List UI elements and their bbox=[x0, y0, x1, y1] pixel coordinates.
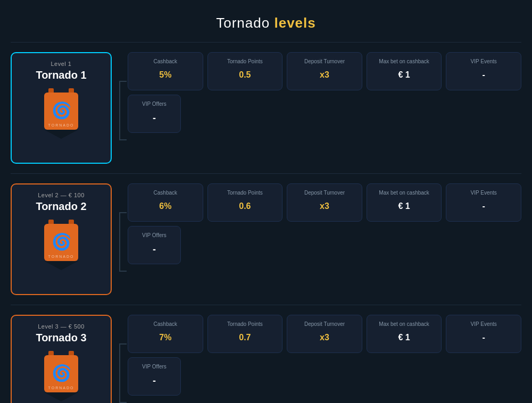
tornado-flag-icon: 🌀 TORNADO bbox=[40, 218, 82, 271]
vip-offers-box: VIP Offers- bbox=[128, 226, 181, 264]
stat-box-5: VIP Events- bbox=[446, 183, 521, 222]
stats-row: Cashback7%Tornado Points0.7Deposit Turno… bbox=[128, 315, 521, 353]
svg-marker-9 bbox=[44, 261, 78, 270]
stat-value: 0.5 bbox=[239, 70, 251, 80]
stats-row: Cashback6%Tornado Points0.6Deposit Turno… bbox=[128, 183, 521, 222]
tornado-flag-icon: 🌀 TORNADO bbox=[40, 87, 82, 140]
svg-text:TORNADO: TORNADO bbox=[48, 386, 74, 390]
stat-label: Deposit Turnover bbox=[304, 321, 345, 328]
stat-box-3: Deposit Turnoverx3 bbox=[287, 183, 362, 222]
stat-value: 0.7 bbox=[239, 333, 251, 342]
stat-box-2: Tornado Points0.7 bbox=[207, 315, 283, 353]
stat-label: Max bet on cashback bbox=[379, 321, 429, 328]
vip-offers-value: - bbox=[153, 244, 156, 255]
stat-box-4: Max bet on cashback€ 1 bbox=[367, 52, 442, 90]
vip-offers-value: - bbox=[153, 113, 156, 124]
stat-label: Tornado Points bbox=[227, 58, 263, 65]
vip-row: VIP Offers- bbox=[128, 357, 521, 396]
vip-offers-box: VIP Offers- bbox=[128, 95, 181, 133]
stat-value: € 1 bbox=[398, 70, 410, 80]
stat-value: € 1 bbox=[398, 333, 410, 342]
stat-box-2: Tornado Points0.6 bbox=[207, 183, 283, 222]
vip-row: VIP Offers- bbox=[128, 226, 521, 264]
vip-offers-label: VIP Offers bbox=[142, 363, 167, 370]
stat-label: VIP Events bbox=[471, 321, 497, 328]
vip-offers-label: VIP Offers bbox=[142, 232, 167, 239]
stat-box-4: Max bet on cashback€ 1 bbox=[367, 315, 442, 353]
stat-value: € 1 bbox=[398, 202, 410, 211]
stat-label: Max bet on cashback bbox=[379, 58, 429, 65]
stat-label: Deposit Turnover bbox=[304, 58, 345, 65]
stat-value: - bbox=[483, 202, 485, 211]
stat-box-5: VIP Events- bbox=[446, 52, 521, 90]
stat-box-1: Cashback5% bbox=[128, 52, 203, 90]
stat-box-3: Deposit Turnoverx3 bbox=[287, 52, 362, 90]
svg-text:TORNADO: TORNADO bbox=[48, 123, 74, 127]
stat-value: 5% bbox=[159, 70, 171, 80]
stat-label: Cashback bbox=[154, 58, 177, 65]
stat-value: x3 bbox=[320, 333, 329, 342]
stat-label: Cashback bbox=[154, 189, 177, 196]
level-card-2[interactable]: Level 2 — € 100Tornado 2 🌀 TORNADO bbox=[11, 183, 112, 295]
stat-value: 0.6 bbox=[239, 202, 251, 211]
branch-connector bbox=[112, 315, 128, 403]
branch-connector bbox=[112, 52, 128, 164]
stats-row: Cashback5%Tornado Points0.5Deposit Turno… bbox=[128, 52, 521, 90]
stat-value: 7% bbox=[159, 333, 171, 342]
svg-marker-15 bbox=[44, 392, 78, 401]
info-section: Cashback6%Tornado Points0.6Deposit Turno… bbox=[128, 183, 521, 264]
stat-box-2: Tornado Points0.5 bbox=[207, 52, 283, 90]
vip-offers-box: VIP Offers- bbox=[128, 357, 181, 396]
info-section: Cashback7%Tornado Points0.7Deposit Turno… bbox=[128, 315, 521, 396]
stat-value: x3 bbox=[320, 70, 329, 80]
stat-label: Deposit Turnover bbox=[304, 189, 345, 196]
stat-box-3: Deposit Turnoverx3 bbox=[287, 315, 362, 353]
stat-box-1: Cashback6% bbox=[128, 183, 203, 222]
vip-offers-label: VIP Offers bbox=[142, 100, 167, 107]
stat-value: x3 bbox=[320, 202, 329, 211]
vip-row: VIP Offers- bbox=[128, 95, 521, 133]
svg-text:🌀: 🌀 bbox=[52, 364, 72, 383]
level-subtitle: Level 1 bbox=[51, 61, 72, 67]
level-name: Tornado 2 bbox=[36, 200, 86, 213]
stat-label: Tornado Points bbox=[227, 189, 263, 196]
svg-text:🌀: 🌀 bbox=[52, 232, 72, 251]
level-subtitle: Level 2 — € 100 bbox=[38, 192, 85, 198]
stat-value: - bbox=[483, 70, 485, 80]
tornado-flag-icon: 🌀 TORNADO bbox=[40, 349, 82, 402]
stat-box-4: Max bet on cashback€ 1 bbox=[367, 183, 442, 222]
page-title: Tornado levels bbox=[0, 0, 532, 42]
info-section: Cashback5%Tornado Points0.5Deposit Turno… bbox=[128, 52, 521, 133]
levels-container: Level 1Tornado 1 🌀 TORNADO Cashback5%Tor… bbox=[0, 42, 532, 403]
stat-label: VIP Events bbox=[471, 58, 497, 65]
stat-label: Max bet on cashback bbox=[379, 189, 429, 196]
level-card-3[interactable]: Level 3 — € 500Tornado 3 🌀 TORNADO bbox=[11, 315, 112, 403]
level-subtitle: Level 3 — € 500 bbox=[38, 323, 85, 330]
level-section-2: Level 2 — € 100Tornado 2 🌀 TORNADO Cashb… bbox=[11, 173, 521, 305]
branch-connector bbox=[112, 183, 128, 295]
vip-offers-value: - bbox=[153, 375, 156, 387]
level-name: Tornado 1 bbox=[36, 69, 86, 81]
stat-label: Tornado Points bbox=[227, 321, 263, 328]
level-name: Tornado 3 bbox=[36, 332, 86, 344]
stat-box-5: VIP Events- bbox=[446, 315, 521, 353]
stat-value: 6% bbox=[159, 202, 171, 211]
level-section-1: Level 1Tornado 1 🌀 TORNADO Cashback5%Tor… bbox=[11, 42, 521, 173]
svg-text:TORNADO: TORNADO bbox=[48, 255, 74, 258]
stat-label: Cashback bbox=[154, 321, 177, 328]
stat-label: VIP Events bbox=[471, 189, 497, 196]
stat-value: - bbox=[483, 333, 485, 342]
svg-text:🌀: 🌀 bbox=[52, 101, 72, 120]
level-section-3: Level 3 — € 500Tornado 3 🌀 TORNADO Cashb… bbox=[11, 305, 521, 403]
level-card-1[interactable]: Level 1Tornado 1 🌀 TORNADO bbox=[11, 52, 112, 164]
svg-marker-3 bbox=[44, 130, 78, 139]
stat-box-1: Cashback7% bbox=[128, 315, 203, 353]
